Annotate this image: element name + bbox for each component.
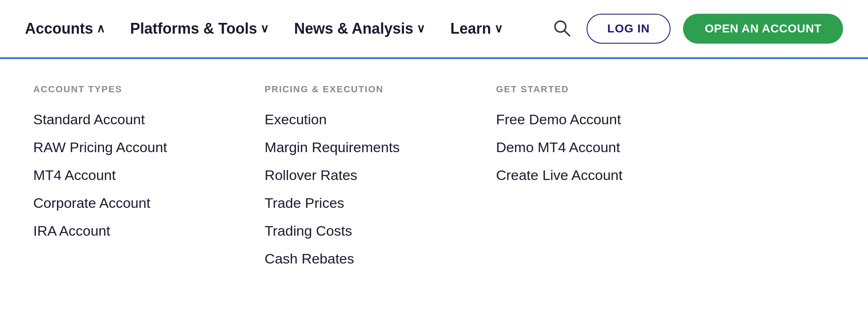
account-types-items: Standard Account RAW Pricing Account MT4… bbox=[33, 111, 248, 239]
svg-line-1 bbox=[565, 31, 570, 36]
margin-requirements-item[interactable]: Margin Requirements bbox=[265, 139, 480, 155]
corporate-account-item[interactable]: Corporate Account bbox=[33, 195, 248, 211]
search-button[interactable] bbox=[549, 15, 574, 42]
cash-rebates-item[interactable]: Cash Rebates bbox=[265, 251, 480, 267]
trade-prices-item[interactable]: Trade Prices bbox=[265, 195, 480, 211]
accounts-dropdown: ACCOUNT TYPES Standard Account RAW Prici… bbox=[0, 57, 868, 300]
nav-news[interactable]: News & Analysis ∨ bbox=[294, 20, 425, 37]
pricing-execution-items: Execution Margin Requirements Rollover R… bbox=[265, 111, 480, 267]
pricing-execution-heading: PRICING & EXECUTION bbox=[265, 84, 480, 95]
demo-mt4-account-item[interactable]: Demo MT4 Account bbox=[496, 139, 711, 155]
nav-platforms[interactable]: Platforms & Tools ∨ bbox=[130, 20, 269, 37]
mt4-account-item[interactable]: MT4 Account bbox=[33, 167, 248, 183]
accounts-chevron-up-icon: ∧ bbox=[96, 22, 105, 35]
free-demo-account-item[interactable]: Free Demo Account bbox=[496, 111, 711, 128]
rollover-rates-item[interactable]: Rollover Rates bbox=[265, 167, 480, 183]
nav-platforms-label: Platforms & Tools bbox=[130, 20, 257, 37]
nav-accounts[interactable]: Accounts ∧ bbox=[25, 20, 105, 37]
nav-actions: LOG IN OPEN AN ACCOUNT bbox=[549, 14, 843, 44]
get-started-items: Free Demo Account Demo MT4 Account Creat… bbox=[496, 111, 711, 183]
pricing-execution-column: PRICING & EXECUTION Execution Margin Req… bbox=[265, 84, 496, 267]
ira-account-item[interactable]: IRA Account bbox=[33, 223, 248, 239]
raw-pricing-account-item[interactable]: RAW Pricing Account bbox=[33, 139, 248, 155]
account-types-heading: ACCOUNT TYPES bbox=[33, 84, 248, 95]
trading-costs-item[interactable]: Trading Costs bbox=[265, 223, 480, 239]
nav-accounts-label: Accounts bbox=[25, 20, 93, 37]
nav-learn-label: Learn bbox=[450, 20, 491, 37]
nav-learn[interactable]: Learn ∨ bbox=[450, 20, 503, 37]
platforms-chevron-down-icon: ∨ bbox=[260, 22, 269, 35]
nav-news-label: News & Analysis bbox=[294, 20, 413, 37]
learn-chevron-down-icon: ∨ bbox=[494, 22, 503, 35]
news-chevron-down-icon: ∨ bbox=[417, 22, 425, 35]
execution-item[interactable]: Execution bbox=[265, 111, 480, 128]
login-button[interactable]: LOG IN bbox=[587, 14, 671, 44]
get-started-heading: GET STARTED bbox=[496, 84, 711, 95]
dropdown-columns: ACCOUNT TYPES Standard Account RAW Prici… bbox=[33, 84, 835, 267]
search-icon bbox=[552, 19, 571, 37]
open-account-button[interactable]: OPEN AN ACCOUNT bbox=[683, 14, 843, 44]
nav-items: Accounts ∧ Platforms & Tools ∨ News & An… bbox=[25, 20, 549, 37]
create-live-account-item[interactable]: Create Live Account bbox=[496, 167, 711, 183]
account-types-column: ACCOUNT TYPES Standard Account RAW Prici… bbox=[33, 84, 265, 267]
standard-account-item[interactable]: Standard Account bbox=[33, 111, 248, 128]
arrow-space bbox=[727, 84, 835, 267]
get-started-column: GET STARTED Free Demo Account Demo MT4 A… bbox=[496, 84, 727, 267]
navbar: Accounts ∧ Platforms & Tools ∨ News & An… bbox=[0, 0, 868, 57]
